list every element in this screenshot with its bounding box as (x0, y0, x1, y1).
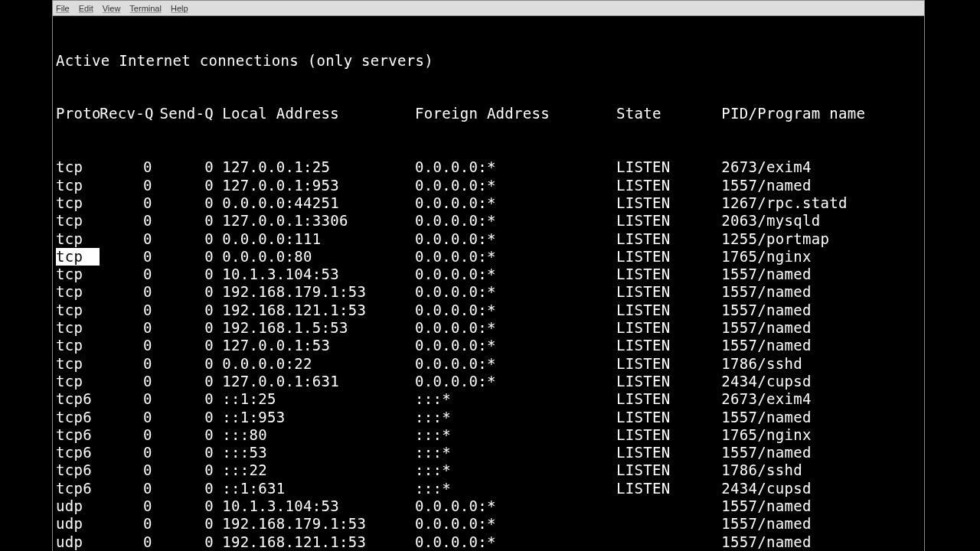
menu-help[interactable]: Help (171, 4, 188, 13)
cell-sendq: 0 (152, 426, 214, 444)
cell-foreign: 0.0.0.0:* (415, 212, 616, 230)
cell-pid: 1557/named (721, 409, 811, 426)
cell-proto: tcp (56, 373, 100, 390)
table-row: tcp00127.0.0.1:530.0.0.0:*LISTEN1557/nam… (56, 337, 921, 354)
cell-foreign: 0.0.0.0:* (415, 319, 616, 337)
col-pid: PID/Program name (721, 105, 865, 122)
cell-recvq: 0 (100, 158, 152, 176)
col-foreign: Foreign Address (415, 105, 616, 122)
cell-foreign: 0.0.0.0:* (415, 248, 616, 266)
cell-local: 127.0.0.1:53 (214, 337, 415, 354)
cell-pid: 1267/rpc.statd (721, 194, 847, 212)
cell-proto: tcp (56, 266, 100, 283)
menu-view[interactable]: View (103, 4, 121, 13)
cell-foreign: 0.0.0.0:* (415, 230, 616, 248)
cell-local: ::1:631 (214, 480, 415, 497)
cell-proto: udp (56, 533, 100, 551)
table-row: udp00192.168.179.1:530.0.0.0:*1557/named (56, 515, 921, 533)
cell-sendq: 0 (152, 302, 214, 319)
cell-foreign: :::* (415, 480, 616, 497)
cell-state: LISTEN (616, 426, 721, 444)
cell-local: :::22 (214, 461, 415, 479)
cell-proto: tcp6 (56, 390, 100, 408)
cell-sendq: 0 (152, 533, 214, 551)
cell-recvq: 0 (100, 497, 152, 515)
col-local: Local Address (214, 105, 415, 122)
table-row: tcp600:::53:::*LISTEN1557/named (56, 444, 921, 461)
cell-proto: udp (56, 515, 100, 533)
cell-foreign: 0.0.0.0:* (415, 355, 616, 373)
cell-foreign: :::* (415, 426, 616, 444)
cell-foreign: 0.0.0.0:* (415, 283, 616, 301)
cell-sendq: 0 (152, 230, 214, 248)
table-row: tcp00127.0.0.1:9530.0.0.0:*LISTEN1557/na… (56, 177, 921, 194)
cell-pid: 1765/nginx (721, 248, 811, 266)
table-row: tcp00127.0.0.1:6310.0.0.0:*LISTEN2434/cu… (56, 373, 921, 390)
cell-local: 0.0.0.0:111 (214, 230, 415, 248)
cell-state: LISTEN (616, 355, 721, 373)
cell-local: 127.0.0.1:25 (214, 158, 415, 176)
cell-pid: 1557/named (721, 337, 811, 354)
table-row: tcp0010.1.3.104:530.0.0.0:*LISTEN1557/na… (56, 266, 921, 283)
cell-sendq: 0 (152, 390, 214, 408)
cell-proto: tcp (56, 302, 100, 319)
cell-recvq: 0 (100, 248, 152, 266)
cell-pid: 1557/named (721, 266, 811, 283)
cell-local: ::1:953 (214, 409, 415, 426)
cell-sendq: 0 (152, 319, 214, 337)
cell-state: LISTEN (616, 266, 721, 283)
cell-state: LISTEN (616, 177, 721, 194)
cell-pid: 1557/named (721, 283, 811, 301)
cell-pid: 1557/named (721, 319, 811, 337)
cell-recvq: 0 (100, 319, 152, 337)
cell-pid: 1786/sshd (721, 461, 802, 479)
cell-proto: tcp (56, 230, 100, 248)
table-row: tcp600:::22:::*LISTEN1786/sshd (56, 461, 921, 479)
table-row: tcp00192.168.1.5:530.0.0.0:*LISTEN1557/n… (56, 319, 921, 337)
cell-recvq: 0 (100, 390, 152, 408)
cell-pid: 1557/named (721, 444, 811, 461)
cell-recvq: 0 (100, 194, 152, 212)
cell-sendq: 0 (152, 266, 214, 283)
menu-edit[interactable]: Edit (79, 4, 93, 13)
cell-state: LISTEN (616, 302, 721, 319)
cell-sendq: 0 (152, 158, 214, 176)
col-recvq: Recv-Q (100, 105, 152, 122)
cell-proto: tcp (56, 283, 100, 301)
cell-foreign: 0.0.0.0:* (415, 177, 616, 194)
cell-state: LISTEN (616, 194, 721, 212)
cell-state: LISTEN (616, 158, 721, 176)
cell-proto: tcp (56, 337, 100, 354)
cell-recvq: 0 (100, 533, 152, 551)
cell-proto: tcp6 (56, 480, 100, 497)
cell-recvq: 0 (100, 355, 152, 373)
cell-state: LISTEN (616, 248, 721, 266)
output-heading: Active Internet connections (only server… (56, 52, 921, 70)
cell-proto: tcp (56, 319, 100, 337)
terminal-output[interactable]: Active Internet connections (only server… (53, 16, 924, 551)
cell-recvq: 0 (100, 283, 152, 301)
cell-local: 192.168.179.1:53 (214, 515, 415, 533)
menu-terminal[interactable]: Terminal (129, 4, 162, 13)
table-row: tcp600::1:25:::*LISTEN2673/exim4 (56, 390, 921, 408)
cell-recvq: 0 (100, 230, 152, 248)
cell-proto: tcp6 (56, 444, 100, 461)
cell-state: LISTEN (616, 283, 721, 301)
cell-local: ::1:25 (214, 390, 415, 408)
cell-sendq: 0 (152, 177, 214, 194)
menu-file[interactable]: File (56, 4, 70, 13)
cell-sendq: 0 (152, 283, 214, 301)
cell-foreign: :::* (415, 409, 616, 426)
cell-local: 0.0.0.0:22 (214, 355, 415, 373)
cell-proto: tcp (56, 248, 100, 266)
cell-sendq: 0 (152, 461, 214, 479)
table-row: tcp000.0.0.0:800.0.0.0:*LISTEN1765/nginx (56, 248, 921, 266)
table-row: tcp600:::80:::*LISTEN1765/nginx (56, 426, 921, 444)
cell-sendq: 0 (152, 337, 214, 354)
cell-proto: udp (56, 497, 100, 515)
cell-foreign: 0.0.0.0:* (415, 515, 616, 533)
cell-foreign: 0.0.0.0:* (415, 266, 616, 283)
cell-sendq: 0 (152, 515, 214, 533)
cell-foreign: 0.0.0.0:* (415, 497, 616, 515)
menubar: File Edit View Terminal Help (53, 1, 924, 16)
